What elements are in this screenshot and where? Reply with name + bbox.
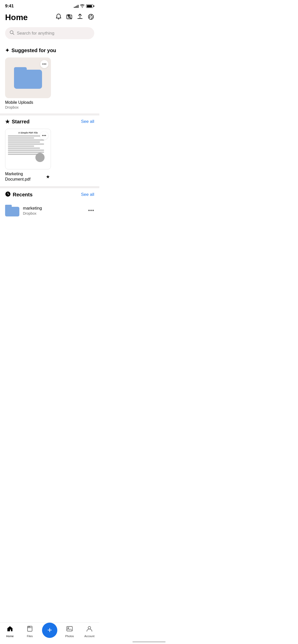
suggested-title-text: Suggested for you <box>11 48 56 53</box>
upload-icon[interactable] <box>77 13 83 22</box>
pdf-line-8 <box>8 150 44 151</box>
palette-icon[interactable] <box>88 13 94 22</box>
recents-item-info: marketing Dropbox <box>23 206 85 215</box>
star-section-icon: ★ <box>5 119 10 125</box>
pdf-line-3 <box>8 139 44 141</box>
recents-item-marketing[interactable]: marketing Dropbox ••• <box>5 202 94 219</box>
pdf-line-7 <box>8 148 40 149</box>
page-title: Home <box>5 13 28 22</box>
pdf-card-name: MarketingDocument.pdf <box>5 171 31 182</box>
search-bar[interactable]: Search for anything <box>5 27 94 39</box>
svg-line-10 <box>13 33 14 35</box>
card-name: Mobile Uploads <box>5 100 51 105</box>
card-menu-button[interactable]: ••• <box>40 60 48 68</box>
recents-see-all-button[interactable]: See all <box>81 192 94 197</box>
pdf-line-4 <box>8 141 40 143</box>
suggested-title: ✦ Suggested for you <box>5 47 56 53</box>
starred-card-grid: ••• A Simple PDF File Marketing <box>5 129 94 182</box>
svg-point-7 <box>92 17 93 18</box>
header-actions <box>56 13 94 22</box>
suggested-header: ✦ Suggested for you <box>5 47 94 53</box>
section-divider-2 <box>0 186 99 188</box>
pdf-menu-button[interactable]: ••• <box>40 131 48 140</box>
recents-folder-icon <box>5 205 19 216</box>
battery-icon <box>86 4 94 8</box>
recents-item-menu-button[interactable]: ••• <box>88 208 94 213</box>
svg-point-6 <box>91 15 92 16</box>
recents-title: Recents <box>5 191 33 198</box>
recents-section: Recents See all marketing Dropbox ••• <box>0 188 99 250</box>
starred-title-text: Starred <box>12 119 30 125</box>
search-placeholder-text: Search for anything <box>17 31 54 36</box>
pdf-line-2 <box>8 137 34 139</box>
pdf-line-10 <box>8 154 40 155</box>
card-name-row: MarketingDocument.pdf ★ <box>5 171 51 182</box>
svg-point-4 <box>88 14 93 19</box>
search-container: Search for anything <box>0 25 99 44</box>
status-time: 9:41 <box>5 4 14 9</box>
sparkle-icon: ✦ <box>5 47 9 53</box>
starred-header: ★ Starred See all <box>5 119 94 125</box>
starred-section: ★ Starred See all ••• A Simple PDF File <box>0 115 99 186</box>
section-divider-1 <box>0 113 99 115</box>
starred-title: ★ Starred <box>5 119 30 125</box>
pdf-line-9 <box>8 152 44 153</box>
app-header: Home <box>0 11 99 25</box>
camera-off-icon[interactable] <box>66 14 72 21</box>
svg-point-5 <box>89 16 90 17</box>
starred-card-pdf[interactable]: ••• A Simple PDF File Marketing <box>5 129 51 182</box>
recents-header: Recents See all <box>5 191 94 198</box>
pdf-thumbnail: ••• A Simple PDF File <box>5 129 51 169</box>
pdf-line-5 <box>8 143 44 145</box>
wifi-icon <box>80 4 85 8</box>
recents-item-name: marketing <box>23 206 85 211</box>
svg-point-8 <box>89 17 90 18</box>
notification-icon[interactable] <box>56 13 62 22</box>
pdf-line-6 <box>8 145 34 147</box>
clock-icon <box>5 191 11 198</box>
recents-title-text: Recents <box>13 192 33 198</box>
suggested-section: ✦ Suggested for you ••• Mobile Uploads D… <box>0 44 99 113</box>
recents-item-subtitle: Dropbox <box>23 211 85 215</box>
pdf-circle-decoration <box>35 153 45 162</box>
signal-icon <box>74 4 78 8</box>
card-thumbnail: ••• <box>5 57 51 98</box>
status-icons <box>74 4 94 8</box>
suggested-card-grid: ••• Mobile Uploads Dropbox <box>5 57 94 109</box>
search-icon <box>10 30 14 36</box>
status-bar: 9:41 <box>0 0 99 11</box>
pdf-line-1 <box>8 135 44 137</box>
starred-see-all-button[interactable]: See all <box>81 119 94 124</box>
folder-icon-large <box>14 67 42 89</box>
suggested-card-mobile-uploads[interactable]: ••• Mobile Uploads Dropbox <box>5 57 51 109</box>
star-toggle-icon[interactable]: ★ <box>46 174 50 180</box>
card-subtitle: Dropbox <box>5 105 51 109</box>
